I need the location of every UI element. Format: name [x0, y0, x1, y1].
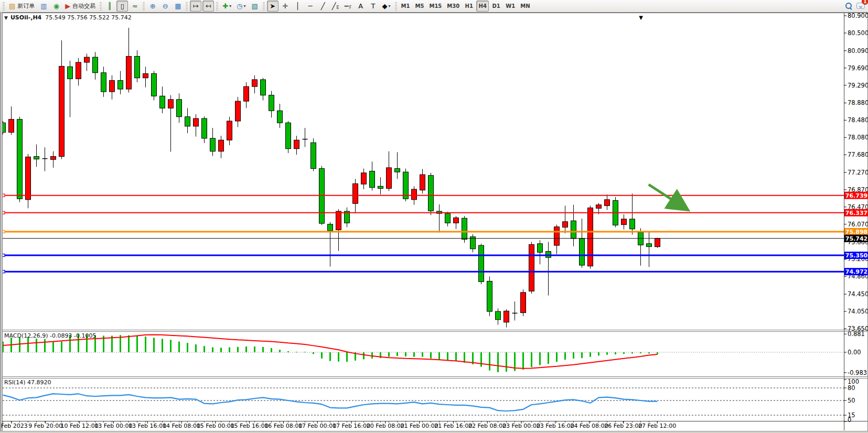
indicators-icon: ✚	[222, 3, 228, 9]
toolbar-grip	[186, 2, 188, 10]
timeframe-mn[interactable]: MN	[518, 1, 532, 12]
trendline-icon: ╱	[321, 3, 325, 9]
price-flag-76.337[interactable]: 76.337	[844, 209, 868, 216]
chart-title-bar: ▼USOil-,H4 75.549 75.756 75.522 75.742	[4, 14, 132, 21]
crosshair-button[interactable]: ✛	[280, 1, 291, 12]
timeframe-m15[interactable]: M15	[427, 1, 444, 12]
bar-chart-button[interactable]: ║	[104, 1, 115, 12]
macd-bar	[430, 352, 432, 359]
time-tick-label: 23 Feb 00:00	[502, 423, 540, 429]
macd-bar	[262, 347, 264, 352]
arrows-button[interactable]: ◆▾	[380, 1, 393, 12]
price-tick-label: 80.090	[848, 47, 868, 55]
candlestick	[655, 238, 660, 248]
candlestick	[521, 289, 526, 316]
macd-bar	[245, 347, 247, 352]
macd-bar	[178, 341, 180, 352]
svg-text:75.350: 75.350	[845, 252, 868, 259]
price-tick-label: 79.290	[848, 82, 868, 89]
candlestick	[17, 117, 23, 202]
cursor-button[interactable]: ➤	[267, 1, 278, 12]
chart-ohlc-values: 75.549 75.756 75.522 75.742	[45, 14, 131, 21]
macd-bar	[489, 352, 490, 371]
macd-bar	[36, 339, 37, 352]
templates-button[interactable]: ▧	[249, 1, 261, 12]
dropdown-caret-icon[interactable]: ▾	[244, 4, 246, 8]
chart-shift-marker[interactable]: ▼	[639, 15, 643, 20]
macd-bar	[480, 352, 482, 367]
candlestick	[487, 276, 492, 316]
cursor-icon: ➤	[270, 3, 275, 9]
signals-button[interactable]: ◉	[50, 1, 62, 12]
market-watch-button[interactable]: ▥	[38, 1, 49, 12]
chart-canvas[interactable]: ▼80.90080.50080.09079.69079.29078.88078.…	[0, 0, 868, 433]
new-order-button[interactable]: ▤新订单	[7, 1, 37, 12]
macd-name: MACD(12,26,9)	[4, 332, 48, 339]
macd-bar	[19, 337, 20, 352]
fibonacci-icon: ┅	[345, 3, 349, 9]
chart-shift-button[interactable]: ↤	[202, 1, 214, 12]
arrows-icon: ◆	[382, 3, 388, 9]
indicators-button[interactable]: ✚▾	[220, 1, 233, 12]
price-flag-75.350[interactable]: 75.350	[844, 252, 868, 259]
dropdown-caret-icon[interactable]: ▾	[229, 4, 231, 8]
timeframe-m30[interactable]: M30	[445, 1, 462, 12]
equidistant-channel-button[interactable]: ╱E	[330, 1, 341, 12]
text-button[interactable]: A	[355, 1, 367, 12]
notification-badge: 1	[862, 0, 868, 5]
candlestick-chart-button[interactable]: ▯	[116, 1, 128, 12]
timeframe-m5[interactable]: M5	[413, 1, 426, 12]
time-tick-label: 17 Feb 16:00	[333, 423, 370, 429]
vertical-line-button[interactable]: │	[292, 1, 304, 12]
tool-subscript: F	[349, 5, 352, 10]
market-watch-icon: ▥	[40, 3, 47, 9]
svg-text:75.898: 75.898	[845, 229, 867, 235]
timeframe-m1[interactable]: M1	[399, 1, 412, 12]
line-chart-button[interactable]: ≈	[129, 1, 141, 12]
price-flag-75.898[interactable]: 75.898	[844, 228, 868, 235]
macd-bar	[313, 352, 314, 354]
trendline-button[interactable]: ╱	[317, 1, 329, 12]
candlestick	[403, 169, 409, 202]
autotrade-button[interactable]: ▶自动交易	[63, 1, 98, 12]
rsi-tick-label: 0	[848, 416, 851, 424]
tool-subscript: E	[336, 5, 339, 10]
fibonacci-button[interactable]: ┅F	[342, 1, 354, 12]
macd-tick-label: 0.881	[848, 330, 865, 338]
text-label-button[interactable]: T	[368, 1, 379, 12]
tile-windows-button[interactable]: ▦	[172, 1, 184, 12]
price-flag-75.742[interactable]: 75.742	[844, 235, 868, 242]
macd-bar	[522, 352, 524, 370]
auto-scroll-button[interactable]: ↦	[190, 1, 201, 12]
macd-bar	[195, 344, 197, 352]
new-order-label: 新订单	[17, 2, 35, 10]
signals-icon: ◉	[53, 3, 59, 9]
timeframe-w1[interactable]: W1	[503, 1, 517, 12]
chart-menu-icon[interactable]: ▼	[4, 15, 8, 20]
timeframe-h1[interactable]: H1	[463, 1, 475, 12]
notifications-button[interactable]: 1	[856, 1, 865, 11]
autotrade-label: 自动交易	[72, 2, 95, 10]
rsi-tick-label: 50	[848, 397, 855, 404]
price-flag-76.739[interactable]: 76.739	[844, 192, 868, 199]
macd-bar	[279, 350, 281, 352]
dropdown-caret-icon[interactable]: ▾	[389, 4, 391, 8]
macd-bar	[212, 348, 213, 352]
time-tick-label: 24 Feb 08:00	[571, 423, 608, 429]
time-tick-label: 23 Feb 16:00	[537, 423, 574, 429]
timeframe-h4[interactable]: H4	[476, 1, 489, 12]
macd-bar	[329, 352, 331, 361]
macd-bar	[296, 352, 297, 352]
macd-indicator-label: MACD(12,26,9) -0.0893 -0.1005	[4, 332, 96, 339]
search-icon[interactable]	[845, 3, 852, 9]
time-tick-label: 21 Feb 00:00	[401, 423, 438, 429]
horizontal-line-button[interactable]: ─	[305, 1, 316, 12]
timeframe-d1[interactable]: D1	[490, 1, 502, 12]
periods-button[interactable]: ◷▾	[234, 1, 248, 12]
time-tick-label: 10 Feb 12:00	[61, 423, 99, 429]
macd-bar	[548, 352, 549, 364]
price-flag-74.972[interactable]: 74.972	[844, 268, 868, 275]
macd-bar	[464, 352, 465, 363]
zoom-in-button[interactable]: ⊕	[147, 1, 158, 12]
zoom-out-button[interactable]: ⊖	[159, 1, 171, 12]
